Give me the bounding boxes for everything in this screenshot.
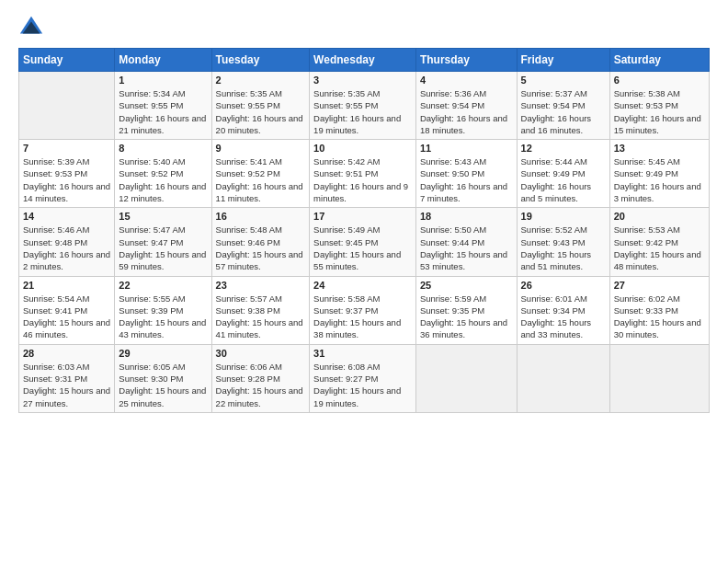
col-header-thursday: Thursday: [415, 49, 517, 72]
day-cell: 25 Sunrise: 5:59 AMSunset: 9:35 PMDaylig…: [415, 276, 517, 344]
day-number: 19: [521, 211, 606, 222]
day-cell: 12 Sunrise: 5:44 AMSunset: 9:49 PMDaylig…: [517, 140, 609, 208]
day-number: 11: [420, 143, 513, 154]
day-cell: 23 Sunrise: 5:57 AMSunset: 9:38 PMDaylig…: [211, 276, 310, 344]
day-cell: [415, 344, 517, 412]
logo: [18, 15, 48, 40]
day-cell: [517, 344, 609, 412]
day-number: 28: [23, 348, 110, 359]
day-number: 9: [216, 143, 306, 154]
day-detail: Sunrise: 5:43 AMSunset: 9:50 PMDaylight:…: [420, 155, 513, 204]
day-cell: 2 Sunrise: 5:35 AMSunset: 9:55 PMDayligh…: [211, 72, 310, 140]
day-detail: Sunrise: 5:48 AMSunset: 9:46 PMDaylight:…: [216, 224, 306, 272]
day-cell: 16 Sunrise: 5:48 AMSunset: 9:46 PMDaylig…: [211, 208, 310, 276]
header-row: SundayMondayTuesdayWednesdayThursdayFrid…: [19, 49, 710, 72]
col-header-monday: Monday: [115, 49, 211, 72]
calendar-table: SundayMondayTuesdayWednesdayThursdayFrid…: [18, 48, 710, 413]
day-cell: [19, 72, 115, 140]
day-cell: 24 Sunrise: 5:58 AMSunset: 9:37 PMDaylig…: [310, 276, 416, 344]
day-detail: Sunrise: 5:41 AMSunset: 9:52 PMDaylight:…: [216, 155, 306, 204]
day-detail: Sunrise: 6:01 AMSunset: 9:34 PMDaylight:…: [521, 293, 606, 341]
day-number: 21: [23, 280, 110, 291]
day-number: 12: [521, 143, 606, 154]
day-number: 17: [313, 211, 412, 222]
day-detail: Sunrise: 5:34 AMSunset: 9:55 PMDaylight:…: [119, 87, 207, 136]
day-detail: Sunrise: 5:54 AMSunset: 9:41 PMDaylight:…: [23, 293, 110, 341]
day-number: 25: [420, 280, 513, 291]
day-cell: 4 Sunrise: 5:36 AMSunset: 9:54 PMDayligh…: [415, 72, 517, 140]
page: SundayMondayTuesdayWednesdayThursdayFrid…: [0, 0, 728, 563]
day-number: 5: [521, 75, 606, 86]
day-cell: 3 Sunrise: 5:35 AMSunset: 9:55 PMDayligh…: [310, 72, 416, 140]
day-number: 15: [119, 211, 207, 222]
day-detail: Sunrise: 5:40 AMSunset: 9:52 PMDaylight:…: [119, 155, 207, 204]
day-cell: 5 Sunrise: 5:37 AMSunset: 9:54 PMDayligh…: [517, 72, 609, 140]
col-header-saturday: Saturday: [609, 49, 709, 72]
day-cell: 26 Sunrise: 6:01 AMSunset: 9:34 PMDaylig…: [517, 276, 609, 344]
day-detail: Sunrise: 6:05 AMSunset: 9:30 PMDaylight:…: [119, 361, 207, 409]
day-detail: Sunrise: 5:35 AMSunset: 9:55 PMDaylight:…: [313, 87, 412, 136]
col-header-tuesday: Tuesday: [211, 49, 310, 72]
day-number: 2: [216, 75, 306, 86]
day-cell: 27 Sunrise: 6:02 AMSunset: 9:33 PMDaylig…: [609, 276, 709, 344]
day-cell: 14 Sunrise: 5:46 AMSunset: 9:48 PMDaylig…: [19, 208, 115, 276]
col-header-wednesday: Wednesday: [310, 49, 416, 72]
day-cell: 20 Sunrise: 5:53 AMSunset: 9:42 PMDaylig…: [609, 208, 709, 276]
day-cell: 13 Sunrise: 5:45 AMSunset: 9:49 PMDaylig…: [609, 140, 709, 208]
day-detail: Sunrise: 6:08 AMSunset: 9:27 PMDaylight:…: [313, 361, 412, 409]
week-row-2: 7 Sunrise: 5:39 AMSunset: 9:53 PMDayligh…: [19, 140, 710, 208]
day-cell: 8 Sunrise: 5:40 AMSunset: 9:52 PMDayligh…: [115, 140, 211, 208]
day-detail: Sunrise: 6:03 AMSunset: 9:31 PMDaylight:…: [23, 361, 110, 409]
day-detail: Sunrise: 5:53 AMSunset: 9:42 PMDaylight:…: [614, 224, 705, 272]
day-number: 23: [216, 280, 306, 291]
day-detail: Sunrise: 5:39 AMSunset: 9:53 PMDaylight:…: [23, 155, 110, 204]
day-number: 14: [23, 211, 110, 222]
day-detail: Sunrise: 5:38 AMSunset: 9:53 PMDaylight:…: [614, 87, 705, 136]
week-row-4: 21 Sunrise: 5:54 AMSunset: 9:41 PMDaylig…: [19, 276, 710, 344]
day-cell: 11 Sunrise: 5:43 AMSunset: 9:50 PMDaylig…: [415, 140, 517, 208]
day-detail: Sunrise: 5:58 AMSunset: 9:37 PMDaylight:…: [313, 293, 412, 341]
day-number: 26: [521, 280, 606, 291]
day-cell: 9 Sunrise: 5:41 AMSunset: 9:52 PMDayligh…: [211, 140, 310, 208]
day-number: 1: [119, 75, 207, 86]
day-cell: 22 Sunrise: 5:55 AMSunset: 9:39 PMDaylig…: [115, 276, 211, 344]
day-cell: 21 Sunrise: 5:54 AMSunset: 9:41 PMDaylig…: [19, 276, 115, 344]
day-cell: 17 Sunrise: 5:49 AMSunset: 9:45 PMDaylig…: [310, 208, 416, 276]
header: [18, 15, 710, 40]
day-number: 29: [119, 348, 207, 359]
day-detail: Sunrise: 5:55 AMSunset: 9:39 PMDaylight:…: [119, 293, 207, 341]
logo-icon: [18, 15, 44, 40]
day-number: 27: [614, 280, 705, 291]
day-number: 30: [216, 348, 306, 359]
week-row-3: 14 Sunrise: 5:46 AMSunset: 9:48 PMDaylig…: [19, 208, 710, 276]
day-number: 16: [216, 211, 306, 222]
day-number: 31: [313, 348, 412, 359]
day-detail: Sunrise: 5:44 AMSunset: 9:49 PMDaylight:…: [521, 155, 606, 204]
day-detail: Sunrise: 5:42 AMSunset: 9:51 PMDaylight:…: [313, 155, 412, 204]
day-number: 6: [614, 75, 705, 86]
day-detail: Sunrise: 5:46 AMSunset: 9:48 PMDaylight:…: [23, 224, 110, 272]
day-number: 4: [420, 75, 513, 86]
day-detail: Sunrise: 5:45 AMSunset: 9:49 PMDaylight:…: [614, 155, 705, 204]
week-row-5: 28 Sunrise: 6:03 AMSunset: 9:31 PMDaylig…: [19, 344, 710, 412]
day-detail: Sunrise: 6:06 AMSunset: 9:28 PMDaylight:…: [216, 361, 306, 409]
day-cell: 18 Sunrise: 5:50 AMSunset: 9:44 PMDaylig…: [415, 208, 517, 276]
day-detail: Sunrise: 5:47 AMSunset: 9:47 PMDaylight:…: [119, 224, 207, 272]
day-number: 7: [23, 143, 110, 154]
day-number: 24: [313, 280, 412, 291]
day-number: 13: [614, 143, 705, 154]
day-number: 22: [119, 280, 207, 291]
day-number: 18: [420, 211, 513, 222]
day-cell: 30 Sunrise: 6:06 AMSunset: 9:28 PMDaylig…: [211, 344, 310, 412]
day-detail: Sunrise: 6:02 AMSunset: 9:33 PMDaylight:…: [614, 293, 705, 341]
day-cell: 1 Sunrise: 5:34 AMSunset: 9:55 PMDayligh…: [115, 72, 211, 140]
day-cell: 31 Sunrise: 6:08 AMSunset: 9:27 PMDaylig…: [310, 344, 416, 412]
col-header-friday: Friday: [517, 49, 609, 72]
day-cell: 28 Sunrise: 6:03 AMSunset: 9:31 PMDaylig…: [19, 344, 115, 412]
day-detail: Sunrise: 5:50 AMSunset: 9:44 PMDaylight:…: [420, 224, 513, 272]
col-header-sunday: Sunday: [19, 49, 115, 72]
day-number: 3: [313, 75, 412, 86]
week-row-1: 1 Sunrise: 5:34 AMSunset: 9:55 PMDayligh…: [19, 72, 710, 140]
day-number: 10: [313, 143, 412, 154]
day-detail: Sunrise: 5:36 AMSunset: 9:54 PMDaylight:…: [420, 87, 513, 136]
